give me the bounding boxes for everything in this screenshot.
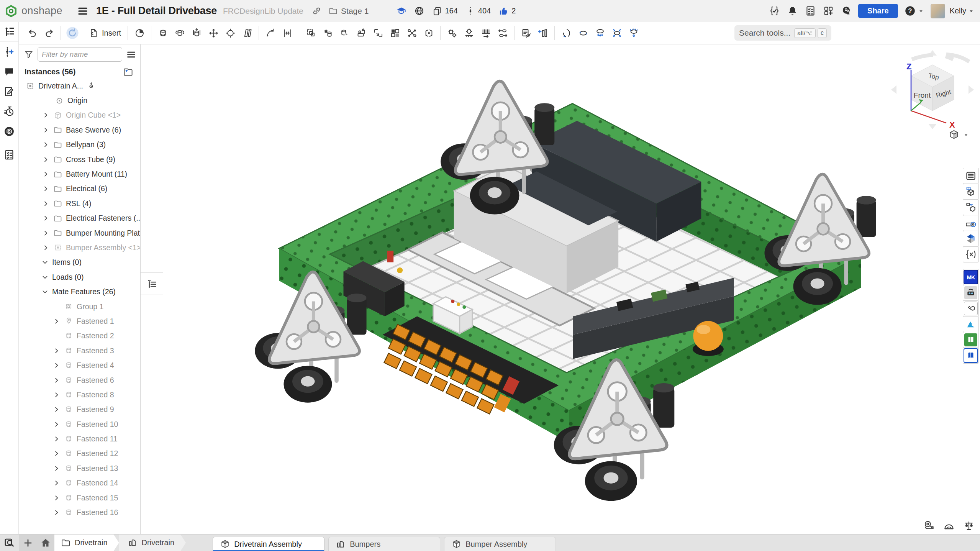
chevron-right-icon[interactable] — [41, 244, 50, 251]
tree-item[interactable]: Cross Tube (9) — [18, 152, 140, 167]
rail-drawing-edit-button[interactable] — [0, 82, 18, 102]
ai-advisor-button[interactable] — [841, 5, 852, 16]
mate-item[interactable]: Fastened 12 — [18, 446, 140, 461]
share-button[interactable]: Share — [858, 4, 898, 18]
chevron-right-icon[interactable] — [41, 156, 50, 163]
rail-instances-tree-button[interactable] — [0, 22, 18, 42]
tree-item[interactable]: Drivetrain A... — [18, 79, 140, 93]
mkcad-button[interactable]: MK — [963, 269, 979, 285]
rack-pinion-button[interactable] — [461, 24, 477, 42]
linear-pattern-button[interactable] — [387, 24, 403, 42]
chevron-right-icon[interactable] — [52, 406, 61, 413]
mate-item[interactable]: Fastened 16 — [18, 505, 140, 520]
mate-limits-button[interactable] — [279, 24, 296, 42]
mate-parallel-button[interactable] — [239, 24, 256, 42]
tree-item[interactable]: Bumper Mounting Plat... — [18, 226, 140, 240]
mate-item[interactable]: Fastened 1 — [18, 314, 140, 328]
undo-button[interactable] — [24, 24, 41, 42]
main-menu-button[interactable] — [77, 5, 88, 17]
rail-spotlight-button[interactable] — [0, 121, 18, 141]
mate-item[interactable]: Fastened 14 — [18, 476, 140, 490]
tab-bumpers[interactable]: Bumpers — [328, 537, 440, 551]
chevron-right-icon[interactable] — [52, 479, 61, 487]
gear-relation-button[interactable] — [444, 24, 461, 42]
chevron-right-icon[interactable] — [41, 141, 50, 148]
view-cube-front-label[interactable]: Front — [914, 91, 931, 99]
bom-hide-button[interactable] — [518, 24, 534, 42]
mate-item[interactable]: Fastened 10 — [18, 417, 140, 431]
composite-part-button[interactable] — [353, 24, 370, 42]
list-view-icon[interactable] — [126, 49, 136, 60]
peak-analytics-button[interactable] — [963, 316, 979, 332]
select-instance-button[interactable] — [336, 24, 353, 42]
chevron-right-icon[interactable] — [52, 347, 61, 354]
tab-bumper-assembly[interactable]: Bumper Assembly — [444, 537, 556, 551]
chevron-right-icon[interactable] — [52, 509, 61, 516]
insert-exploded-button[interactable] — [592, 24, 608, 42]
tree-section[interactable]: Mate Features (26) — [18, 284, 140, 299]
mate-revolute-button[interactable] — [171, 24, 188, 42]
chevron-right-icon[interactable] — [52, 318, 61, 325]
tree-item[interactable]: Battery Mount (11) — [18, 167, 140, 181]
release-tasks-button[interactable] — [805, 5, 816, 16]
graphics-viewport[interactable]: Top Front Right Z X MK — [140, 44, 980, 535]
quarter-section-button[interactable] — [131, 24, 148, 42]
tree-section[interactable]: Loads (0) — [18, 270, 140, 284]
bom-table-button[interactable] — [963, 168, 979, 184]
view-cube-faces[interactable] — [911, 65, 954, 111]
rail-history-button[interactable] — [0, 102, 18, 121]
sync-disabled-button[interactable] — [64, 24, 81, 42]
document-title[interactable]: 1E - Full Detail Drivebase — [96, 5, 217, 17]
tab-drivetrain-folder[interactable]: Drivetrain — [54, 535, 119, 551]
tab-drivetrain-assembly[interactable]: Drivetrain Assembly — [213, 537, 324, 551]
chevron-right-icon[interactable] — [52, 465, 61, 472]
new-tab-button[interactable] — [19, 535, 37, 551]
library-blue-button[interactable] — [963, 348, 979, 364]
mate-ball-button[interactable] — [222, 24, 239, 42]
chevron-right-icon[interactable] — [52, 450, 61, 457]
animate-rotate-button[interactable] — [558, 24, 575, 42]
chevron-right-icon[interactable] — [52, 391, 61, 398]
mass-properties-button[interactable] — [963, 520, 975, 531]
bom-add-column-button[interactable] — [534, 24, 551, 42]
chevron-down-icon[interactable] — [41, 288, 49, 295]
mate-slider-button[interactable] — [188, 24, 205, 42]
chevron-right-icon[interactable] — [52, 377, 61, 384]
tree-item[interactable]: Electrical Fasteners (... — [18, 211, 140, 226]
section-pie-button[interactable] — [963, 231, 979, 247]
named-positions-button[interactable] — [319, 24, 336, 42]
tape-measure-button[interactable] — [923, 520, 935, 531]
mate-item[interactable]: Fastened 15 — [18, 490, 140, 505]
tree-item[interactable]: Base Swerve (6) — [18, 123, 140, 137]
redo-button[interactable] — [41, 24, 57, 42]
tree-item[interactable]: Bellypan (3) — [18, 138, 140, 152]
mate-item[interactable]: Fastened 6 — [18, 373, 140, 387]
chevron-right-icon[interactable] — [52, 421, 61, 428]
add-folder-icon[interactable] — [123, 67, 133, 77]
export-tool-button[interactable] — [963, 300, 979, 316]
filter-input[interactable] — [38, 47, 122, 62]
tab-drivetrain[interactable]: Drivetrain — [119, 535, 186, 551]
search-tabs-button[interactable] — [0, 535, 19, 551]
mate-item[interactable]: Fastened 3 — [18, 343, 140, 358]
mate-item[interactable]: Group 1 — [18, 299, 140, 314]
tree-item[interactable]: Origin Cube <1> — [18, 108, 140, 123]
mate-item[interactable]: Fastened 9 — [18, 402, 140, 417]
copies-stat[interactable]: 164 — [432, 6, 457, 16]
search-tools[interactable]: Search tools... alt/⌥c — [734, 25, 831, 41]
mate-item[interactable]: Fastened 4 — [18, 358, 140, 372]
chevron-right-icon[interactable] — [52, 435, 61, 443]
protractor-button[interactable] — [943, 520, 955, 531]
robot-assistant-button[interactable] — [963, 285, 979, 301]
chevron-right-icon[interactable] — [41, 126, 50, 134]
link-icon[interactable] — [312, 6, 321, 16]
chevron-right-icon[interactable] — [41, 200, 50, 207]
mate-item[interactable]: Fastened 8 — [18, 387, 140, 402]
education-badge-icon[interactable] — [396, 6, 406, 16]
rail-comments-button[interactable] — [0, 62, 18, 82]
variable-studio-button[interactable] — [963, 246, 979, 262]
mate-connector-button[interactable] — [262, 24, 279, 42]
derived-part-button[interactable] — [963, 199, 979, 215]
likes-stat[interactable]: 2 — [498, 6, 516, 16]
notifications-button[interactable] — [787, 5, 798, 16]
